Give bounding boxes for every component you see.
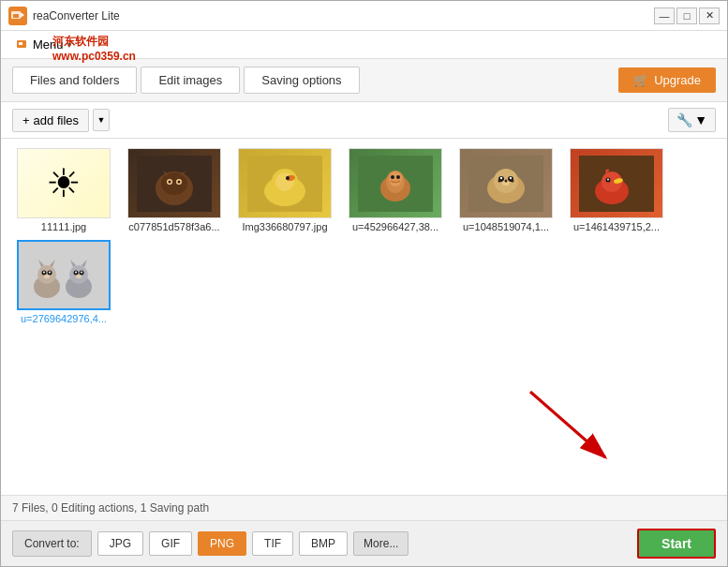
svg-point-50 xyxy=(43,272,45,274)
convert-label: Convert to: xyxy=(12,530,92,557)
svg-point-19 xyxy=(286,176,290,180)
svg-rect-1 xyxy=(13,14,19,18)
add-files-label: add files xyxy=(34,113,79,127)
squirrel-svg xyxy=(358,156,433,212)
file-count: 7 Files xyxy=(12,501,45,515)
app-title: reaConverter Lite xyxy=(33,9,120,22)
list-item[interactable]: u=1048519074,1... xyxy=(454,148,557,232)
svg-point-32 xyxy=(510,176,512,178)
add-files-dropdown-button[interactable]: ▼ xyxy=(93,109,110,131)
format-jpg-button[interactable]: JPG xyxy=(97,531,143,556)
thumbnail-image xyxy=(17,240,111,310)
list-item[interactable]: u=1461439715,2... xyxy=(565,148,668,232)
kittens-svg xyxy=(19,242,109,308)
sun-emoji: ☀ xyxy=(46,160,82,206)
add-files-button[interactable]: + add files xyxy=(12,109,89,132)
red-arrow-annotation xyxy=(521,382,633,476)
list-item[interactable]: c077851d578f3a6... xyxy=(123,148,226,232)
settings-button[interactable]: 🔧 ▼ xyxy=(668,108,716,132)
close-button[interactable]: ✕ xyxy=(699,7,720,24)
svg-marker-2 xyxy=(21,12,24,18)
thumbnail-image xyxy=(349,148,442,218)
list-item[interactable]: ☀ 11111.jpg xyxy=(12,148,115,232)
thumbnail-image xyxy=(238,148,332,218)
tab-saving[interactable]: Saving options xyxy=(244,67,359,94)
list-item[interactable]: u=2769642976,4... xyxy=(12,240,115,324)
window-controls: — □ ✕ xyxy=(654,7,720,24)
thumbnail-label: u=1461439715,2... xyxy=(573,221,660,232)
menu-label: Menu xyxy=(33,37,64,52)
format-gif-button[interactable]: GIF xyxy=(149,531,192,556)
upgrade-icon: 🛒 xyxy=(633,73,648,87)
svg-point-41 xyxy=(607,178,609,180)
svg-point-10 xyxy=(169,180,171,183)
tabbar: Files and folders Edit images Saving opt… xyxy=(1,59,727,102)
list-item[interactable]: Img336680797.jpg xyxy=(233,148,336,232)
thumbnail-image: ☀ xyxy=(17,148,111,218)
toolbar: + add files ▼ 🔧 ▼ xyxy=(1,102,727,139)
content-area: ☀ 11111.jpg xyxy=(1,139,727,495)
thumbnail-label: u=2769642976,4... xyxy=(21,313,107,324)
bird-svg xyxy=(579,156,654,212)
svg-point-25 xyxy=(396,175,400,179)
tab-files[interactable]: Files and folders xyxy=(12,67,137,94)
start-button[interactable]: Start xyxy=(637,529,716,559)
svg-point-60 xyxy=(81,272,82,274)
menu-arrow-icon: ▼ xyxy=(66,40,74,50)
svg-point-24 xyxy=(391,175,394,179)
status-text: 7 Files, 0 Editing actions, 1 Saving pat… xyxy=(12,501,209,515)
svg-point-59 xyxy=(75,272,77,274)
format-png-button[interactable]: PNG xyxy=(198,531,246,556)
format-bmp-button[interactable]: BMP xyxy=(299,531,348,556)
more-formats-button[interactable]: More... xyxy=(353,531,409,556)
format-tif-button[interactable]: TIF xyxy=(252,531,293,556)
svg-point-31 xyxy=(500,176,502,178)
svg-rect-43 xyxy=(19,242,109,308)
svg-point-11 xyxy=(178,180,181,183)
tab-edit[interactable]: Edit images xyxy=(141,67,240,94)
menu-icon xyxy=(16,37,31,52)
cat-svg xyxy=(137,156,212,212)
wrench-icon: 🔧 xyxy=(676,112,692,127)
app-icon xyxy=(8,7,27,25)
maximize-button[interactable]: □ xyxy=(676,7,697,24)
duck-svg xyxy=(247,156,322,212)
minimize-button[interactable]: — xyxy=(654,7,675,24)
settings-arrow-icon: ▼ xyxy=(694,112,707,127)
thumbnail-label: u=452966427,38... xyxy=(352,221,438,232)
saving-count: 1 Saving path xyxy=(141,501,209,515)
svg-point-7 xyxy=(161,172,187,195)
menu-button[interactable]: Menu ▼ xyxy=(8,34,81,55)
cheetah-svg xyxy=(468,156,543,212)
svg-point-36 xyxy=(512,179,514,182)
thumbnail-label: 11111.jpg xyxy=(41,221,86,232)
svg-point-23 xyxy=(389,172,402,187)
thumbnail-image xyxy=(570,148,663,218)
editing-count: 0 Editing actions xyxy=(52,501,134,515)
svg-point-51 xyxy=(49,272,51,274)
thumbnail-image xyxy=(127,148,221,218)
statusbar: 7 Files, 0 Editing actions, 1 Saving pat… xyxy=(1,495,727,520)
svg-point-52 xyxy=(44,275,50,278)
titlebar: reaConverter Lite — □ ✕ xyxy=(1,1,727,31)
menubar: Menu ▼ xyxy=(1,31,727,59)
svg-point-35 xyxy=(505,179,508,182)
thumbnail-label: c077851d578f3a6... xyxy=(128,221,219,232)
thumbnail-label: Img336680797.jpg xyxy=(242,221,327,232)
upgrade-label: Upgrade xyxy=(654,73,701,87)
upgrade-button[interactable]: 🛒 Upgrade xyxy=(618,67,716,93)
svg-point-34 xyxy=(498,179,501,182)
svg-line-63 xyxy=(530,392,605,457)
thumbnail-image xyxy=(459,148,553,218)
thumbnails-grid: ☀ 11111.jpg xyxy=(12,148,716,324)
svg-rect-4 xyxy=(19,42,22,45)
list-item[interactable]: u=452966427,38... xyxy=(344,148,447,232)
bottombar: Convert to: JPG GIF PNG TIF BMP More... … xyxy=(1,520,727,566)
thumbnail-label: u=1048519074,1... xyxy=(463,221,549,232)
svg-point-61 xyxy=(76,275,82,278)
plus-icon: + xyxy=(22,113,30,127)
